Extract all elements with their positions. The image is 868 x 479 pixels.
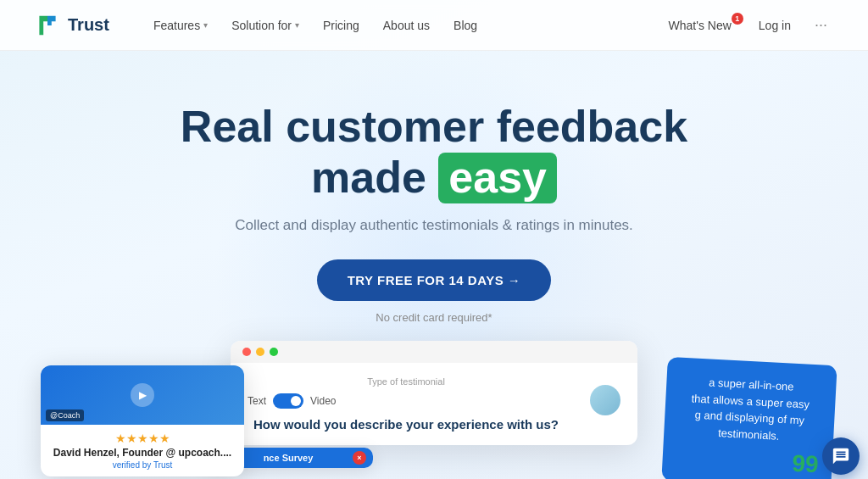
chevron-down-icon: ▾ — [203, 20, 208, 30]
blue-testimonial-card: a super all-in-onethat allows a super ea… — [661, 356, 837, 479]
nav-blog[interactable]: Blog — [443, 14, 487, 37]
nav-features[interactable]: Features ▾ — [143, 14, 218, 37]
nav-about[interactable]: About us — [373, 14, 440, 37]
chat-icon — [832, 447, 850, 465]
question-text: How would you describe your experience w… — [248, 417, 565, 432]
nav-pricing[interactable]: Pricing — [313, 14, 370, 37]
hero-headline: Real customer feedback made easy — [17, 102, 851, 203]
reviewer-name: David Henzel, Founder @ upcoach.... — [51, 447, 234, 459]
nav-whats-new[interactable]: What's New — [659, 14, 742, 37]
form-section: Type of testimonial Text Video How would… — [248, 376, 565, 432]
login-link[interactable]: Log in — [748, 14, 801, 37]
browser-body: Type of testimonial Text Video How would… — [231, 363, 637, 445]
more-options-button[interactable]: ··· — [808, 13, 834, 37]
navbar: Trust Features ▾ Solution for ▾ Pricing … — [0, 0, 868, 51]
notification-badge: 1 — [732, 13, 743, 25]
testimonial-card: ▶ @Coach ★★★★★ David Henzel, Founder @ u… — [41, 365, 244, 476]
mockup-area: ▶ @Coach ★★★★★ David Henzel, Founder @ u… — [17, 341, 851, 476]
whats-new-badge-container: What's New 1 — [659, 18, 742, 33]
hero-subtitle: Collect and display authentic testimonia… — [17, 217, 851, 234]
logo-icon — [34, 12, 61, 39]
browser-topbar — [231, 341, 637, 363]
hero-content: Real customer feedback made easy Collect… — [17, 102, 851, 324]
user-avatar — [590, 385, 620, 415]
toggle-switch[interactable] — [273, 393, 303, 409]
nav-links: Features ▾ Solution for ▾ Pricing About … — [143, 14, 659, 37]
cta-button[interactable]: TRY FREE FOR 14 DAYS → — [317, 259, 552, 301]
survey-close-button[interactable]: × — [353, 451, 366, 465]
quotation-mark: 99 — [676, 445, 819, 476]
browser-dot-red — [242, 348, 251, 356]
browser-mockup: Type of testimonial Text Video How would… — [231, 341, 637, 445]
browser-dot-yellow — [256, 348, 264, 356]
toggle-row: Text Video — [248, 393, 565, 409]
brand-name: Trust — [68, 15, 109, 35]
logo-link[interactable]: Trust — [34, 12, 109, 39]
browser-dot-green — [270, 348, 278, 356]
chat-bubble-button[interactable] — [822, 437, 860, 475]
play-button[interactable]: ▶ — [131, 383, 154, 407]
verified-badge: verified by Trust — [51, 460, 234, 470]
coach-label: @Coach — [46, 409, 84, 421]
nav-solution[interactable]: Solution for ▾ — [221, 14, 309, 37]
chevron-down-icon: ▾ — [295, 20, 299, 30]
testimonial-info: ★★★★★ David Henzel, Founder @ upcoach...… — [41, 425, 244, 476]
easy-highlight: easy — [438, 153, 557, 203]
form-label: Type of testimonial — [248, 376, 565, 387]
video-thumbnail: ▶ @Coach — [41, 365, 244, 425]
hero-section: Real customer feedback made easy Collect… — [0, 51, 868, 476]
nav-right: What's New 1 Log in ··· — [659, 13, 834, 37]
blue-card-text: a super all-in-onethat allows a super ea… — [691, 376, 810, 442]
no-cc-text: No credit card required* — [17, 311, 851, 324]
star-rating: ★★★★★ — [51, 432, 234, 445]
